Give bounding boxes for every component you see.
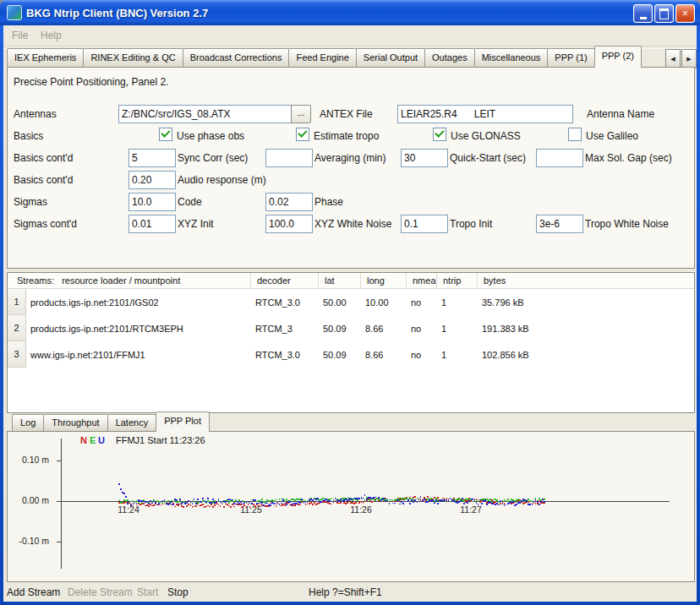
cell-lat: 50.00 [319,289,361,315]
cell-bytes: 35.796 kB [478,289,694,315]
tab-bar: IEX Ephemeris RINEX Editing & QC Broadca… [7,46,641,68]
tab-miscellaneous[interactable]: Miscellaneous [474,48,549,67]
header-bytes[interactable]: bytes [478,273,694,288]
tab-scroll-left-button[interactable]: ◀ [665,49,681,68]
minimize-icon [640,17,647,19]
audio-response-input[interactable] [129,171,176,189]
header-mountpoint[interactable]: Streams: resource loader / mountpoint [8,273,251,288]
maximize-button[interactable] [654,4,674,23]
stream-row-3[interactable]: 3 www.igs-ip.net:2101/FFMJ1 RTCM_3.0 50.… [8,341,694,368]
antennas-label: Antennas [14,108,57,120]
header-decoder[interactable]: decoder [251,273,319,288]
estimate-tropo-label[interactable]: Estimate tropo [314,130,379,142]
header-ntrip[interactable]: ntrip [437,273,478,288]
sync-corr-label: Sync Corr (sec) [178,152,248,164]
antex-browse-button[interactable]: ... [291,105,311,123]
xyz-white-noise-input[interactable] [265,215,313,233]
sigmas-contd-label: Sigmas cont'd [14,218,77,230]
cell-nmea: no [407,315,437,341]
tab-rinex-ephemeris[interactable]: IEX Ephemeris [7,48,84,67]
basics-contd2-label: Basics cont'd [14,174,73,186]
use-glonass-checkbox[interactable] [433,128,446,141]
maximize-icon [659,8,669,19]
header-nmea[interactable]: nmea [407,273,437,288]
cell-long: 8.66 [361,341,407,368]
menu-help[interactable]: Help [41,30,62,41]
tab-scroll-right-button[interactable]: ▶ [681,49,697,68]
averaging-input[interactable] [265,149,313,167]
tab-feed-engine[interactable]: Feed Engine [288,48,356,67]
close-button[interactable]: × [675,4,695,23]
tab-latency[interactable]: Latency [107,414,157,431]
tab-serial-output[interactable]: Serial Output [356,48,425,67]
header-long[interactable]: long [361,273,407,288]
cell-mountpoint: products.igs-ip.net:2101/IGS02 [26,289,251,315]
max-sol-gap-input[interactable] [536,149,583,167]
tropo-white-noise-label: Tropo White Noise [585,218,669,230]
streams-table-header: Streams: resource loader / mountpoint de… [8,273,694,289]
use-galileo-label[interactable]: Use Galileo [586,130,638,142]
use-phase-obs-checkbox[interactable] [159,128,172,141]
app-icon [7,5,22,20]
add-stream-button[interactable]: Add Stream [7,586,60,598]
use-glonass-label[interactable]: Use GLONASS [451,130,521,142]
cell-bytes: 102.856 kB [478,341,694,368]
window-border-bottom [0,602,700,605]
scroll-right-icon: ▶ [686,56,691,63]
tab-log[interactable]: Log [12,414,44,431]
ppp2-panel [7,67,695,269]
cell-bytes: 191.383 kB [478,315,694,341]
panel-title: Precise Point Positioning, Panel 2. [14,76,168,88]
ppp-plot-canvas [8,432,692,580]
tab-ppp-1[interactable]: PPP (1) [547,48,594,67]
cell-decoder: RTCM_3.0 [251,289,319,315]
tab-broadcast-corrections[interactable]: Broadcast Corrections [183,48,290,67]
stop-button[interactable]: Stop [167,586,189,598]
cell-decoder: RTCM_3.0 [251,341,319,368]
sigmas-label: Sigmas [14,196,47,208]
title-bar[interactable]: BKG Ntrip Client (BNC) Version 2.7 × [0,0,700,25]
tropo-init-input[interactable] [401,215,448,233]
cell-decoder: RTCM_3 [251,315,319,341]
delete-stream-button[interactable]: Delete Stream [68,586,133,598]
bottom-tab-bar: Log Throughput Latency PPP Plot [12,412,209,432]
use-phase-obs-label[interactable]: Use phase obs [177,130,244,142]
help-shortcut-label: Help ?=Shift+F1 [309,586,382,598]
minimize-button[interactable] [633,4,653,23]
stream-row-1[interactable]: 1 products.igs-ip.net:2101/IGS02 RTCM_3.… [8,289,694,315]
cell-long: 8.66 [361,315,407,341]
use-galileo-checkbox[interactable] [568,128,582,141]
window-border-right [697,25,700,602]
basics-contd-label: Basics cont'd [14,152,73,164]
sigma-phase-input[interactable] [265,193,313,211]
cell-nmea: no [407,341,437,368]
tab-ppp-2[interactable]: PPP (2) [594,46,642,68]
tab-scroll-buttons: ◀ ▶ [664,49,697,68]
cell-lat: 50.09 [319,315,361,341]
sigma-phase-label: Phase [314,196,343,208]
antex-path-input[interactable] [118,105,293,123]
header-lat[interactable]: lat [319,273,361,288]
sigma-code-input[interactable] [129,193,176,211]
cell-long: 10.00 [361,289,407,315]
scroll-left-icon: ◀ [670,56,675,63]
antenna-name-label: Antenna Name [587,108,654,120]
menu-file[interactable]: File [12,30,28,41]
averaging-label: Averaging (min) [314,152,386,164]
estimate-tropo-checkbox[interactable] [296,128,309,141]
antex-file-label: ANTEX File [320,108,373,120]
quick-start-input[interactable] [401,149,448,167]
tab-rinex-editing-qc[interactable]: RINEX Editing & QC [83,48,183,67]
tropo-white-noise-input[interactable] [536,215,583,233]
sync-corr-input[interactable] [129,149,176,167]
xyz-init-input[interactable] [129,215,176,233]
start-button[interactable]: Start [137,586,158,598]
tab-ppp-plot[interactable]: PPP Plot [156,412,210,432]
cell-ntrip: 1 [437,289,478,315]
cell-mountpoint: www.igs-ip.net:2101/FFMJ1 [26,341,251,368]
tab-outages[interactable]: Outages [424,48,475,67]
antenna-name-input[interactable] [397,105,573,123]
stream-row-2[interactable]: 2 products.igs-ip.net:2101/RTCM3EPH RTCM… [8,315,694,341]
tab-throughput[interactable]: Throughput [43,414,107,431]
streams-table: Streams: resource loader / mountpoint de… [7,272,695,413]
